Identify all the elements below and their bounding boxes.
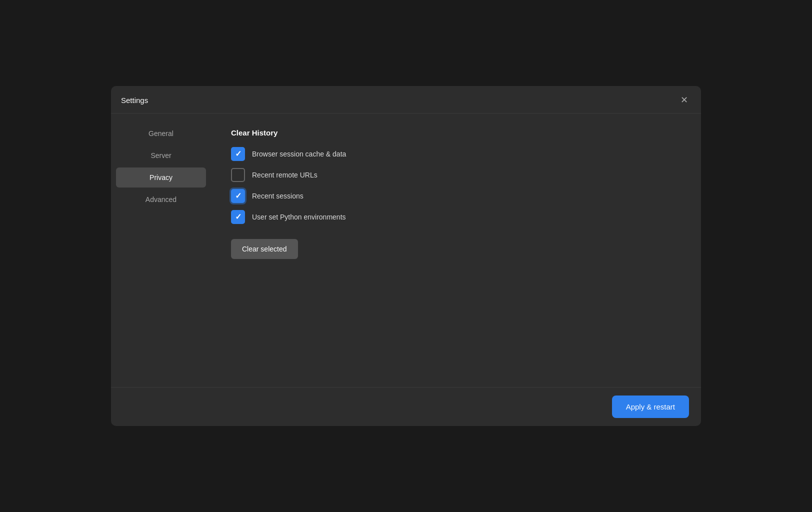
- checkbox-row-browser-cache[interactable]: ✓ Browser session cache & data: [231, 147, 681, 161]
- title-bar: Settings ✕: [111, 86, 701, 114]
- checkbox-list: ✓ Browser session cache & data Recent re…: [231, 147, 681, 224]
- checkbox-browser-cache[interactable]: ✓: [231, 147, 245, 161]
- sidebar-item-server[interactable]: Server: [116, 146, 206, 166]
- checkmark-icon: ✓: [235, 213, 242, 221]
- checkbox-label-recent-sessions: Recent sessions: [252, 192, 304, 200]
- checkmark-icon: ✓: [235, 192, 242, 200]
- checkbox-row-recent-sessions[interactable]: ✓ Recent sessions: [231, 189, 681, 203]
- dialog-title: Settings: [121, 96, 148, 104]
- checkbox-python-envs[interactable]: ✓: [231, 210, 245, 224]
- main-panel: Clear History ✓ Browser session cache & …: [211, 114, 701, 387]
- sidebar: General Server Privacy Advanced: [111, 114, 211, 387]
- close-button[interactable]: ✕: [677, 93, 691, 107]
- clear-selected-button[interactable]: Clear selected: [231, 239, 298, 259]
- checkbox-label-browser-cache: Browser session cache & data: [252, 150, 346, 158]
- footer: Apply & restart: [111, 387, 701, 426]
- sidebar-item-privacy[interactable]: Privacy: [116, 168, 206, 188]
- checkbox-row-recent-urls[interactable]: Recent remote URLs: [231, 168, 681, 182]
- checkbox-row-python-envs[interactable]: ✓ User set Python environments: [231, 210, 681, 224]
- sidebar-item-general[interactable]: General: [116, 124, 206, 144]
- apply-restart-button[interactable]: Apply & restart: [612, 396, 689, 418]
- settings-dialog: Settings ✕ General Server Privacy Advanc…: [111, 86, 701, 426]
- content-area: General Server Privacy Advanced Clear Hi…: [111, 114, 701, 387]
- checkbox-recent-urls[interactable]: [231, 168, 245, 182]
- checkbox-label-recent-urls: Recent remote URLs: [252, 171, 318, 179]
- sidebar-item-advanced[interactable]: Advanced: [116, 190, 206, 210]
- section-title: Clear History: [231, 128, 681, 137]
- checkmark-icon: ✓: [235, 150, 242, 158]
- checkbox-recent-sessions[interactable]: ✓: [231, 189, 245, 203]
- checkbox-label-python-envs: User set Python environments: [252, 213, 346, 221]
